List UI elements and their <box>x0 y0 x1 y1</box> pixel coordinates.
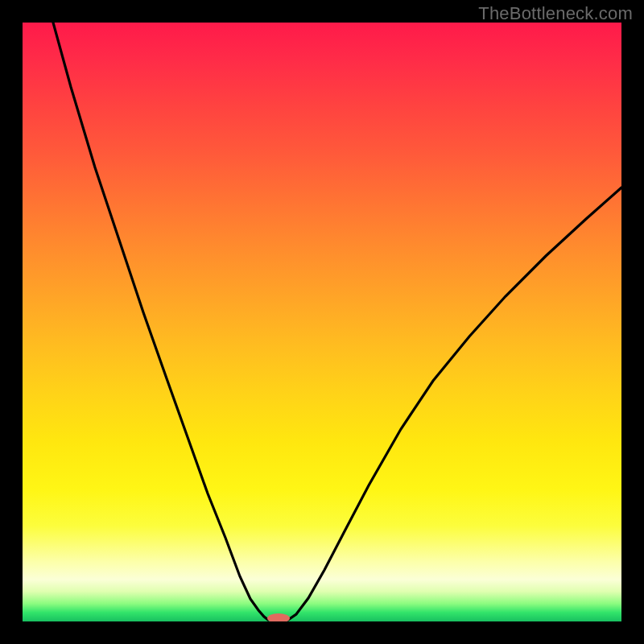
curves-svg <box>23 23 621 621</box>
right-curve <box>288 188 621 620</box>
chart-frame: TheBottleneck.com <box>0 0 644 644</box>
valley-marker <box>267 613 290 621</box>
watermark-text: TheBottleneck.com <box>478 3 633 24</box>
left-curve <box>53 23 268 620</box>
plot-area <box>23 23 621 621</box>
